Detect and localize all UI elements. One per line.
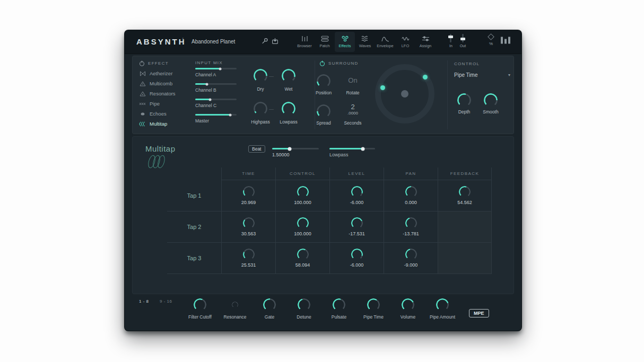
pad-point-left[interactable]: [380, 85, 385, 90]
power-icon[interactable]: [139, 60, 145, 66]
position-label: Position: [308, 90, 340, 95]
spread-knob[interactable]: [317, 104, 330, 118]
wet-knob[interactable]: [282, 69, 295, 83]
lowpass-knob[interactable]: [282, 102, 295, 116]
tap3-feedback-cell: [438, 243, 492, 274]
ni-logo-icon: [500, 37, 511, 44]
tab-label: Assign: [420, 43, 432, 48]
tab-effects[interactable]: Effects: [335, 32, 355, 52]
input-meter[interactable]: In: [449, 34, 452, 48]
gate-knob[interactable]: [263, 298, 276, 311]
tab-patch[interactable]: Patch: [315, 32, 335, 52]
multitap-lowpass-slider[interactable]: [329, 148, 375, 149]
multitap-title: Multitap: [145, 144, 176, 153]
spread-label: Spread: [308, 120, 340, 126]
channel-b-slider[interactable]: [195, 83, 237, 85]
macro-label: Resonance: [223, 314, 246, 320]
tap3-pan-knob[interactable]: [405, 249, 417, 260]
effect-item-multitap[interactable]: Multitap: [139, 121, 176, 127]
tab-browser[interactable]: Browser: [294, 32, 315, 52]
tap1-feedback-knob[interactable]: [459, 186, 471, 198]
bank-1-8-tab[interactable]: 1 - 8: [139, 299, 149, 304]
effect-item-pipe[interactable]: Pipe: [139, 101, 176, 107]
tap2-pan-knob[interactable]: [405, 217, 417, 229]
macro-label: Volume: [401, 314, 415, 320]
tab-lfo[interactable]: LFO: [395, 32, 415, 52]
tap2-control-knob[interactable]: [297, 217, 309, 229]
effect-item-echoes[interactable]: Echoes: [139, 111, 176, 117]
seconds-value[interactable]: 2: [337, 103, 369, 111]
pad-point-right[interactable]: [423, 75, 428, 80]
tap1-level-value: -6.000: [350, 200, 364, 205]
filter-cutoff-knob[interactable]: [194, 298, 206, 311]
channel-b-label: Channel B: [195, 87, 248, 93]
bank-9-16-tab[interactable]: 9 - 16: [160, 299, 172, 304]
save-icon[interactable]: [272, 38, 279, 45]
tab-waves[interactable]: Waves: [355, 32, 375, 52]
cpu-percent[interactable]: %: [489, 34, 493, 46]
channel-a-slider[interactable]: [195, 68, 237, 69]
surround-xy-pad[interactable]: [375, 64, 434, 123]
menu-dots-icon[interactable]: ⋮: [180, 37, 186, 44]
io-meters: In Out: [449, 34, 466, 48]
tap3-level-knob[interactable]: [351, 249, 363, 260]
tap2-level-knob[interactable]: [351, 217, 363, 229]
effect-item-resonators[interactable]: Resonators: [139, 91, 176, 96]
beat-time-slider[interactable]: [272, 148, 319, 149]
pipe-amount-knob[interactable]: [436, 298, 449, 311]
macro-label: Pulsate: [332, 314, 346, 320]
beat-time-value[interactable]: 1.50000: [272, 152, 290, 157]
macro-pipe-time: Pipe Time: [354, 298, 393, 320]
effect-item-label: Resonators: [150, 91, 176, 96]
channel-b-group: Channel B: [195, 83, 248, 93]
resonance-knob[interactable]: [232, 302, 238, 308]
wrench-icon[interactable]: [261, 38, 268, 45]
tap3-control-value: 58.094: [295, 262, 310, 268]
assign-icon: [422, 36, 430, 42]
mpe-button[interactable]: MPE: [469, 309, 489, 317]
tap1-control-cell: 100.000: [275, 180, 329, 211]
col-header-feedback: FEEDBACK: [438, 167, 492, 180]
channel-c-group: Channel C: [195, 99, 248, 108]
tap1-feedback-cell: 54.562: [438, 180, 492, 211]
rotate-toggle[interactable]: On: [337, 76, 369, 84]
output-meter[interactable]: Out: [460, 34, 466, 48]
volume-knob[interactable]: [402, 298, 414, 311]
preset-name[interactable]: Abandoned Planet: [192, 39, 235, 45]
macro-pipe-amount: Pipe Amount: [423, 298, 462, 320]
tap1-level-knob[interactable]: [351, 186, 363, 198]
beat-button[interactable]: Beat: [248, 145, 265, 153]
channel-c-slider[interactable]: [195, 99, 237, 100]
tap2-time-knob[interactable]: [243, 217, 255, 229]
lfo-icon: [402, 36, 410, 42]
effect-item-aetherizer[interactable]: Aetherizer: [139, 70, 176, 76]
dry-knob[interactable]: [254, 69, 267, 83]
position-knob[interactable]: [317, 74, 330, 88]
tap3-control-knob[interactable]: [297, 249, 309, 260]
surround-section-header: SURROUND: [319, 60, 359, 66]
tab-assign[interactable]: Assign: [415, 32, 436, 52]
tap1-pan-knob[interactable]: [405, 186, 417, 198]
control-target-dropdown[interactable]: Pipe Time ▾: [454, 72, 510, 78]
surround-power-icon[interactable]: [319, 60, 325, 66]
master-slider[interactable]: [195, 114, 237, 116]
tap3-time-knob[interactable]: [243, 249, 255, 260]
tab-envelope[interactable]: Envelope: [375, 32, 395, 52]
detune-knob[interactable]: [298, 298, 310, 311]
tap2-label: Tap 2: [167, 211, 221, 243]
tap1-label: Tap 1: [167, 180, 221, 211]
seconds-fraction[interactable]: .0000: [337, 111, 369, 116]
effect-item-multicomb[interactable]: Multicomb: [139, 81, 176, 86]
smooth-knob[interactable]: [484, 93, 498, 107]
tap1-feedback-value: 54.562: [457, 200, 472, 205]
tap1-time-knob[interactable]: [243, 186, 255, 198]
pipe-time-knob[interactable]: [367, 298, 380, 311]
input-meter-handle[interactable]: [448, 36, 453, 38]
depth-knob[interactable]: [457, 93, 471, 107]
effects-icon: [341, 36, 349, 42]
pulsate-knob[interactable]: [333, 298, 345, 311]
output-meter-handle[interactable]: [460, 38, 465, 40]
rotate-label: Rotate: [337, 90, 369, 95]
tap1-control-knob[interactable]: [297, 186, 309, 198]
highpass-knob[interactable]: [254, 102, 267, 116]
